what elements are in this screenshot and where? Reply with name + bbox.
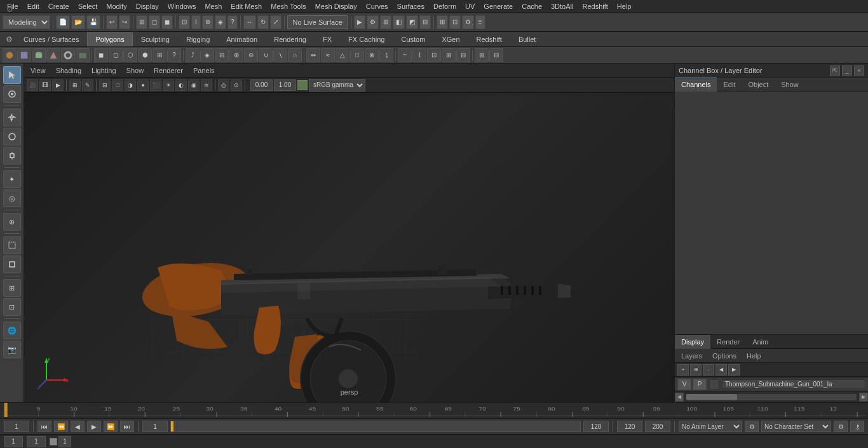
create-cube-btn[interactable] xyxy=(17,48,31,62)
step-fwd-btn[interactable]: ⏩ xyxy=(104,421,118,432)
tab-fx-caching[interactable]: FX Caching xyxy=(340,32,393,46)
snap-to-poly-btn[interactable]: ⊞ xyxy=(3,279,21,297)
bridge-btn[interactable]: ⊟ xyxy=(215,48,229,62)
tab-curves-surfaces[interactable]: Curves / Surfaces xyxy=(15,32,87,46)
tool-settings-btn[interactable]: ⚙ xyxy=(462,15,474,29)
vp-select-mode-btn[interactable]: ⊞ xyxy=(69,79,81,91)
redo-btn[interactable]: ↪ xyxy=(119,15,130,29)
deform-3[interactable]: ⊡ xyxy=(427,48,441,62)
fill-hole-btn[interactable]: ⊗ xyxy=(365,48,379,62)
triangulate-btn[interactable]: △ xyxy=(336,48,349,62)
menu-mesh-display[interactable]: Mesh Display xyxy=(311,2,362,11)
open-file-btn[interactable]: 📂 xyxy=(71,15,85,29)
reduce-btn[interactable]: ⤵ xyxy=(379,48,393,62)
scale-tool-btn[interactable]: ⤢ xyxy=(270,15,281,29)
renderer-menu[interactable]: Renderer xyxy=(151,66,186,75)
vp-shade1-btn[interactable]: ◑ xyxy=(125,79,136,91)
poly-tool-5[interactable]: ⊞ xyxy=(153,48,166,62)
menu-curves[interactable]: Curves xyxy=(362,2,393,11)
vp-aa-btn[interactable]: ≋ xyxy=(201,79,212,91)
render-more-btn[interactable]: ⊟ xyxy=(419,15,431,29)
viewport-canvas[interactable]: persp y x z xyxy=(24,93,674,402)
panel-minimize-btn[interactable]: _ xyxy=(842,65,852,76)
end-frame-input[interactable] xyxy=(583,421,609,432)
tab-animation[interactable]: Animation xyxy=(218,32,266,46)
tab-rendering[interactable]: Rendering xyxy=(266,32,315,46)
cb-tab-show[interactable]: Show xyxy=(775,78,805,92)
go-to-start-btn[interactable]: ⏮ xyxy=(37,421,51,432)
autokey-btn[interactable]: ⚷ xyxy=(850,421,864,432)
tab-redshift[interactable]: Redshift xyxy=(468,32,510,46)
play-fwd-btn[interactable]: ▶ xyxy=(87,421,101,432)
tab-custom[interactable]: Custom xyxy=(393,32,434,46)
render-btn[interactable]: ▶ xyxy=(354,15,365,29)
vp-paint-btn[interactable]: ✎ xyxy=(82,79,93,91)
poly-tool-6[interactable]: ? xyxy=(167,48,181,62)
undo-btn[interactable]: ↩ xyxy=(106,15,118,29)
menu-help[interactable]: Help xyxy=(613,2,636,11)
menu-deform[interactable]: Deform xyxy=(429,2,461,11)
layer-add-btn[interactable]: + xyxy=(677,364,689,376)
step-back-btn[interactable]: ⏪ xyxy=(54,421,68,432)
vp-isolate-btn[interactable]: ◎ xyxy=(218,79,229,91)
tab-rigging[interactable]: Rigging xyxy=(178,32,218,46)
zoom-level-input[interactable] xyxy=(274,79,296,91)
tab-gear-icon[interactable]: ⚙ xyxy=(3,33,15,46)
snap-point-btn[interactable]: ⊕ xyxy=(202,15,214,29)
color-profile-select[interactable]: sRGB gamma xyxy=(309,79,365,92)
scale-tool-btn-left[interactable] xyxy=(3,147,21,165)
menu-redshift[interactable]: Redshift xyxy=(578,2,612,11)
lasso-select-btn[interactable]: ◻ xyxy=(149,15,160,29)
vp-shade2-btn[interactable]: ● xyxy=(137,79,149,91)
select-tool-btn[interactable] xyxy=(3,66,21,84)
render-settings-btn[interactable]: ⚙ xyxy=(367,15,379,29)
show-menu[interactable]: Show xyxy=(124,66,147,75)
rotate-tool-btn-left[interactable] xyxy=(3,128,21,146)
layer-add-selected-btn[interactable]: ⊕ xyxy=(690,364,702,376)
play-back-btn[interactable]: ◀ xyxy=(71,421,85,432)
view-menu[interactable]: View xyxy=(28,66,48,75)
snap-surface-btn[interactable]: ◈ xyxy=(215,15,226,29)
snap-grid-btn[interactable]: ⊡ xyxy=(179,15,190,29)
frame-current-field[interactable] xyxy=(27,436,46,447)
create-cylinder-btn[interactable] xyxy=(32,48,46,62)
vp-ambient-occlusion-btn[interactable]: ◉ xyxy=(188,79,200,91)
dt-tab-anim[interactable]: Anim xyxy=(746,335,775,349)
range-end-input[interactable] xyxy=(617,421,642,432)
snap-point-btn-left[interactable]: ⊡ xyxy=(3,298,21,316)
shading-menu[interactable]: Shading xyxy=(53,66,84,75)
create-plane-btn[interactable] xyxy=(76,48,90,62)
select-mode-btn[interactable]: ⊞ xyxy=(136,15,147,29)
layer-color-swatch[interactable] xyxy=(709,379,719,390)
layer-p-btn[interactable]: P xyxy=(693,379,707,390)
tab-fx[interactable]: FX xyxy=(315,32,340,46)
poly-tool-2[interactable]: ◻ xyxy=(109,48,123,62)
menu-display[interactable]: Display xyxy=(132,2,163,11)
vp-xray-btn[interactable]: ⊙ xyxy=(231,79,242,91)
lighting-menu[interactable]: Lighting xyxy=(89,66,119,75)
world-space-btn[interactable]: 🌐 xyxy=(3,322,21,339)
menu-mesh[interactable]: Mesh xyxy=(200,2,226,11)
poly-tool-3[interactable]: ⬡ xyxy=(123,48,137,62)
lasso-select-btn-left[interactable] xyxy=(3,236,21,254)
menu-edit[interactable]: Edit xyxy=(23,2,44,11)
show-manip-btn[interactable]: ⊕ xyxy=(3,213,21,231)
poly-tool-1[interactable]: ◼ xyxy=(94,48,108,62)
menu-edit-mesh[interactable]: Edit Mesh xyxy=(226,2,266,11)
workspace-select[interactable]: Modeling xyxy=(3,15,50,29)
layer-scroll-track[interactable] xyxy=(686,394,857,400)
tab-polygons[interactable]: Polygons xyxy=(87,32,132,46)
menu-uv[interactable]: UV xyxy=(461,2,479,11)
vp-texture-btn[interactable]: ⬛ xyxy=(150,79,161,91)
dt-tab-render[interactable]: Render xyxy=(710,335,746,349)
mirror-btn[interactable]: ⇔ xyxy=(306,48,320,62)
layer-scroll-left[interactable]: ◀ xyxy=(675,393,684,402)
tab-bullet[interactable]: Bullet xyxy=(510,32,545,46)
extrude-btn[interactable]: ⤴ xyxy=(186,48,200,62)
cb-tab-object[interactable]: Object xyxy=(742,78,775,92)
panels-menu[interactable]: Panels xyxy=(191,66,217,75)
bool-int-btn[interactable]: ∩ xyxy=(288,48,302,62)
menu-create[interactable]: Create xyxy=(44,2,74,11)
deform-1[interactable]: ~ xyxy=(398,48,412,62)
layer-scroll-right[interactable]: ▶ xyxy=(859,393,868,402)
